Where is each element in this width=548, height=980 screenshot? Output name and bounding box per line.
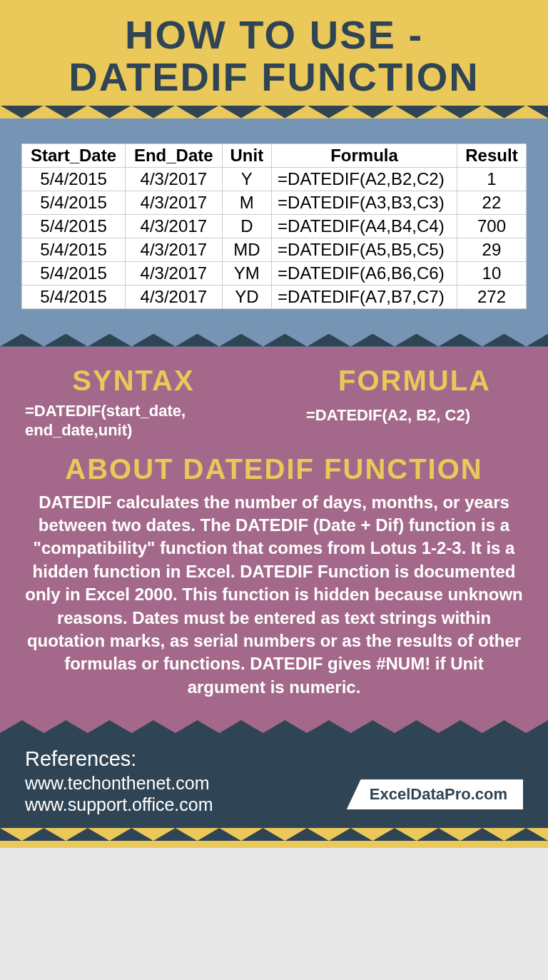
cell-result: 700 [457,214,526,238]
divider-zigzag [0,720,548,733]
footer-strip [0,841,548,848]
syntax-formula-row: SYNTAX =DATEDIF(start_date, end_date,uni… [25,365,523,440]
cell-start: 5/4/2015 [22,261,126,285]
cell-end: 4/3/2017 [126,285,222,308]
cell-end: 4/3/2017 [126,191,222,214]
cell-start: 5/4/2015 [22,191,126,214]
title-line2: DATEDIF FUNCTION [68,54,479,99]
about-text: DATEDIF calculates the number of days, m… [25,491,523,699]
table-header-row: Start_Date End_Date Unit Formula Result [22,143,527,167]
table-row: 5/4/2015 4/3/2017 Y =DATEDIF(A2,B2,C2) 1 [22,167,527,191]
cell-result: 272 [457,285,526,308]
cell-unit: Y [222,167,272,191]
cell-result: 10 [457,261,526,285]
table-row: 5/4/2015 4/3/2017 MD =DATEDIF(A5,B5,C5) … [22,238,527,261]
info-section: SYNTAX =DATEDIF(start_date, end_date,uni… [0,347,548,721]
cell-formula: =DATEDIF(A7,B7,C7) [272,285,457,308]
reference-link-2: www.support.office.com [25,794,213,815]
page-title: HOW TO USE - DATEDIF FUNCTION [21,14,527,98]
infographic-container: HOW TO USE - DATEDIF FUNCTION Start_Date… [0,0,548,848]
cell-start: 5/4/2015 [22,285,126,308]
cell-start: 5/4/2015 [22,214,126,238]
formula-block: FORMULA =DATEDIF(A2, B2, C2) [263,365,523,440]
cell-formula: =DATEDIF(A5,B5,C5) [272,238,457,261]
brand-ribbon: ExcelDataPro.com [347,779,523,809]
cell-formula: =DATEDIF(A3,B3,C3) [272,191,457,214]
th-result: Result [457,143,526,167]
syntax-text: =DATEDIF(start_date, end_date,unit) [25,401,242,440]
footer: References: www.techonthenet.com www.sup… [0,733,548,828]
table-section: Start_Date End_Date Unit Formula Result … [0,118,548,334]
cell-unit: YM [222,261,272,285]
title-line1: HOW TO USE - [125,12,423,57]
cell-formula: =DATEDIF(A2,B2,C2) [272,167,457,191]
cell-formula: =DATEDIF(A6,B6,C6) [272,261,457,285]
references-block: References: www.techonthenet.com www.sup… [25,747,213,815]
cell-end: 4/3/2017 [126,238,222,261]
divider-zigzag [0,106,548,118]
formula-text: =DATEDIF(A2, B2, C2) [306,405,523,425]
cell-unit: MD [222,238,272,261]
cell-result: 29 [457,238,526,261]
table-row: 5/4/2015 4/3/2017 D =DATEDIF(A4,B4,C4) 7… [22,214,527,238]
cell-start: 5/4/2015 [22,167,126,191]
table-row: 5/4/2015 4/3/2017 M =DATEDIF(A3,B3,C3) 2… [22,191,527,214]
table-row: 5/4/2015 4/3/2017 YM =DATEDIF(A6,B6,C6) … [22,261,527,285]
header: HOW TO USE - DATEDIF FUNCTION [0,0,548,106]
cell-end: 4/3/2017 [126,261,222,285]
syntax-block: SYNTAX =DATEDIF(start_date, end_date,uni… [25,365,242,440]
th-formula: Formula [272,143,457,167]
datedif-example-table: Start_Date End_Date Unit Formula Result … [21,143,527,309]
divider-zigzag [0,828,548,841]
divider-zigzag [0,334,548,347]
cell-start: 5/4/2015 [22,238,126,261]
formula-heading: FORMULA [306,365,523,397]
cell-end: 4/3/2017 [126,167,222,191]
reference-link-1: www.techonthenet.com [25,772,213,794]
references-title: References: [25,747,213,771]
cell-unit: YD [222,285,272,308]
cell-end: 4/3/2017 [126,214,222,238]
th-end-date: End_Date [126,143,222,167]
table-row: 5/4/2015 4/3/2017 YD =DATEDIF(A7,B7,C7) … [22,285,527,308]
syntax-heading: SYNTAX [25,365,242,397]
cell-result: 22 [457,191,526,214]
cell-result: 1 [457,167,526,191]
th-start-date: Start_Date [22,143,126,167]
th-unit: Unit [222,143,272,167]
about-heading: ABOUT DATEDIF FUNCTION [25,453,523,485]
cell-unit: M [222,191,272,214]
cell-unit: D [222,214,272,238]
cell-formula: =DATEDIF(A4,B4,C4) [272,214,457,238]
